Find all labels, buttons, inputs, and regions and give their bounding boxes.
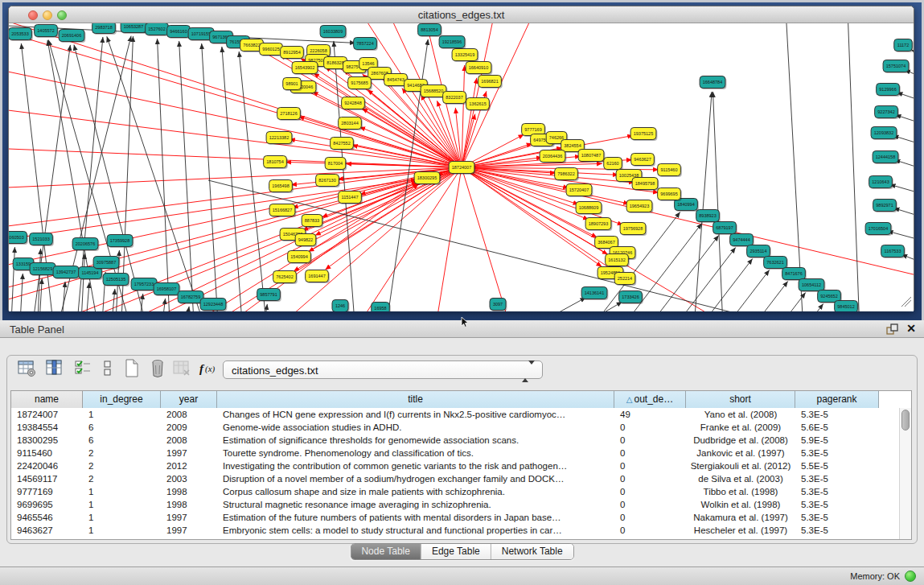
cell-title[interactable]: Tourette syndrome. Phenomenology and cla… [217,447,614,459]
graph-node[interactable]: 8322037 [443,92,467,105]
graph-node[interactable]: 15166827 [269,204,296,218]
graph-node[interactable]: 1521033 [30,233,54,247]
graph-node[interactable]: 1405572 [35,25,59,39]
graph-node[interactable]: 19375125 [630,128,657,142]
table-row[interactable]: 1938455462009Genome-wide association stu… [11,421,879,434]
graph-node[interactable]: 949822 [295,234,317,248]
cell-year[interactable]: 1997 [161,447,217,459]
cell-in_degree[interactable]: 6 [83,421,161,434]
graph-node[interactable]: 11172 [894,39,914,53]
close-panel-icon[interactable]: ✕ [906,322,916,335]
graph-node[interactable]: 16958107 [154,283,180,297]
cell-title[interactable]: Corpus callosum shape and size in male p… [217,485,614,498]
graph-node[interactable]: 9227342 [875,106,899,120]
graph-node[interactable]: 9175685 [348,77,372,91]
cell-name[interactable]: 9463627 [11,524,83,537]
new-file-button[interactable] [121,358,143,381]
cell-name[interactable]: 18300295 [11,434,83,447]
network-selector-dropdown[interactable]: citations_edges.txt [223,360,543,379]
graph-node[interactable]: 10688609 [576,202,602,216]
cell-pagerank[interactable]: 5.6E-5 [795,421,879,434]
graph-node[interactable]: 16640910 [466,62,492,76]
graph-node[interactable]: 10807487 [578,150,605,163]
graph-node[interactable]: 12156829 [30,263,56,277]
graph-node[interactable]: 1696821 [478,76,503,89]
cell-out_de[interactable]: 0 [614,459,686,472]
cell-out_de[interactable]: 0 [614,447,686,459]
table-row[interactable]: 2242004622012Investigating the contribut… [11,459,879,472]
graph-node[interactable]: 9699695 [658,188,682,202]
graph-node[interactable]: 16958 [372,303,391,312]
graph-node[interactable]: 9129966 [877,84,901,97]
graph-node[interactable]: 1362615 [466,98,491,112]
cell-pagerank[interactable]: 5.3E-5 [795,498,879,511]
graph-node[interactable]: 1246 [332,300,350,312]
graph-node[interactable]: 17359928 [107,235,133,249]
graph-node[interactable]: 2718126 [277,108,302,122]
graph-node[interactable]: 9892971 [873,200,897,213]
graph-node[interactable]: 2803144 [339,117,363,131]
graph-node[interactable]: 19654923 [626,200,653,214]
cell-name[interactable]: 18724007 [11,408,83,421]
cell-short[interactable]: Franke et al. (2009) [686,421,795,434]
graph-node[interactable]: 8938923 [696,210,721,224]
cell-pagerank[interactable]: 5.3E-5 [795,485,879,498]
cell-pagerank[interactable]: 5.3E-5 [795,472,879,485]
cell-year[interactable]: 1998 [161,498,217,511]
cell-out_de[interactable]: 0 [614,524,686,537]
cell-out_de[interactable]: 0 [614,421,686,434]
column-header-title[interactable]: title [217,391,614,408]
cell-name[interactable]: 9115460 [11,447,83,459]
graph-node[interactable]: 18495798 [632,178,659,192]
column-display-button[interactable] [43,358,66,381]
cell-title[interactable]: Structural magnetic resonance image aver… [217,498,614,511]
graph-node[interactable]: 9845012 [835,301,859,312]
graph-node[interactable]: 20206576 [72,238,99,252]
graph-node[interactable]: 13325419 [452,49,478,63]
cell-out_de[interactable]: 49 [614,408,686,421]
graph-node[interactable]: 8267130 [316,175,340,188]
graph-node[interactable]: 252214 [614,273,636,286]
cell-short[interactable]: Tibbo et al. (1998) [686,485,795,498]
table-settings-button[interactable] [16,358,39,381]
cell-short[interactable]: de Silva et al. (2003) [686,472,795,485]
cell-short[interactable]: Wolkin et al. (1998) [686,498,795,511]
cell-in_degree[interactable]: 1 [83,408,161,421]
column-header-in_degree[interactable]: in_degree [83,391,161,408]
cell-year[interactable]: 2008 [161,408,217,421]
cell-in_degree[interactable]: 2 [83,472,161,485]
cell-year[interactable]: 2009 [161,421,217,434]
cell-short[interactable]: Yano et al. (2008) [686,408,795,421]
cell-year[interactable]: 2008 [161,434,217,447]
graph-node[interactable]: 3097 [490,299,507,312]
column-header-year[interactable]: year [161,391,217,408]
cell-title[interactable]: Estimation of the future numbers of pati… [217,511,614,524]
graph-node[interactable]: 16033809 [320,26,347,39]
cell-name[interactable]: 22420046 [11,459,83,472]
graph-node[interactable]: 2053533 [9,28,33,42]
cell-year[interactable]: 1997 [161,511,217,524]
table-row[interactable]: 911546021997Tourette syndrome. Phenomeno… [11,447,879,459]
cell-pagerank[interactable]: 5.3E-5 [795,511,879,524]
tab-node-table[interactable]: Node Table [351,544,421,559]
graph-node[interactable]: 1540994 [288,251,312,265]
graph-node[interactable]: 7986322 [555,168,579,182]
graph-node[interactable]: 20691406 [59,30,85,43]
float-panel-icon[interactable] [886,323,898,335]
table-row[interactable]: 977716911998Corpus callosum shape and si… [11,485,879,498]
graph-node[interactable]: 8912954 [281,47,305,60]
graph-node[interactable]: 9857791 [257,289,281,303]
cell-out_de[interactable]: 0 [614,511,686,524]
graph-node[interactable]: 9466160 [167,26,191,39]
graph-node[interactable]: 30975887 [93,257,120,270]
cell-in_degree[interactable]: 1 [83,498,161,511]
cell-year[interactable]: 1998 [161,485,217,498]
cell-year[interactable]: 1997 [161,524,217,537]
graph-node[interactable]: 10653287 [121,23,147,34]
row-options-button[interactable] [97,358,119,381]
graph-node[interactable]: 16648784 [700,76,726,90]
cell-short[interactable]: Stergiakouli et al. (2012) [686,459,795,472]
graph-node[interactable]: 18300295 [414,172,441,186]
cell-name[interactable]: 9699695 [11,498,83,511]
cell-title[interactable]: Disruption of a novel member of a sodium… [217,472,614,485]
